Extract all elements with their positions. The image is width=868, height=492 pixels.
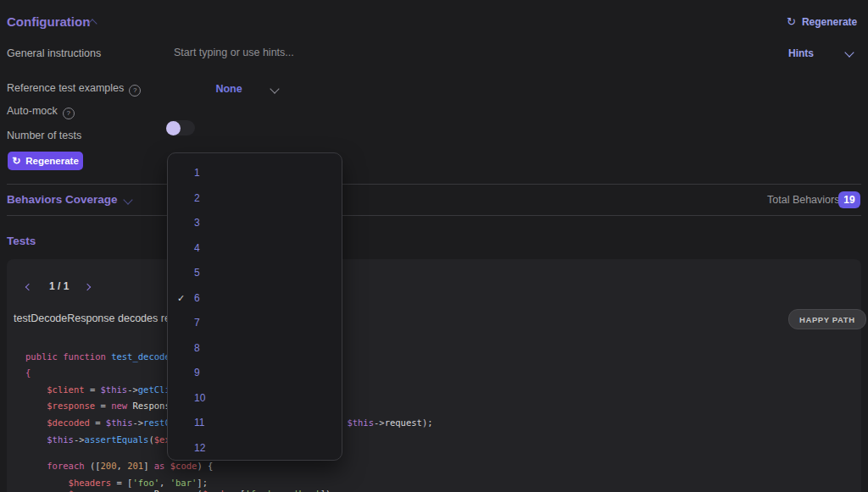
instructions-input[interactable]	[172, 46, 455, 59]
refresh-icon: ↻	[787, 15, 796, 28]
dropdown-option[interactable]: 7	[168, 311, 342, 336]
divider	[7, 215, 861, 216]
regenerate-button[interactable]: ↻ Regenerate	[8, 152, 83, 170]
hints-label: Hints	[788, 47, 814, 59]
expand-behaviors-icon[interactable]	[123, 195, 132, 204]
dropdown-option[interactable]: 1	[168, 161, 342, 186]
check-icon: ✓	[177, 286, 185, 312]
tests-title: Tests	[7, 235, 36, 247]
dropdown-option[interactable]: 4	[168, 236, 342, 262]
reference-examples-value: None	[215, 83, 242, 95]
dropdown-option[interactable]: 9	[168, 361, 342, 386]
info-icon[interactable]: ?	[63, 108, 75, 119]
general-instructions-label: General instructions	[7, 47, 101, 59]
dropdown-option[interactable]: 10	[168, 386, 342, 412]
test-type-badge: HAPPY PATH	[788, 309, 866, 329]
dropdown-option[interactable]: 2	[168, 186, 342, 212]
configuration-title: Configuration	[7, 14, 90, 29]
behaviors-coverage-title: Behaviors Coverage	[7, 193, 118, 206]
divider	[7, 184, 861, 185]
toggle-knob	[166, 121, 181, 135]
reference-examples-select[interactable]: None	[166, 80, 292, 97]
chevron-down-icon	[270, 84, 279, 93]
regenerate-link-label: Regenerate	[802, 16, 857, 28]
dropdown-option[interactable]: 5	[168, 261, 342, 286]
automock-toggle[interactable]	[166, 120, 195, 135]
chevron-down-icon	[844, 47, 854, 57]
total-behaviors-label: Total Behaviors:	[767, 194, 843, 206]
info-icon[interactable]: ?	[129, 85, 141, 97]
regenerate-button-label: Regenerate	[25, 156, 79, 166]
dropdown-option[interactable]: ✓6	[168, 286, 342, 312]
tests-count-dropdown: 12345✓6789101112	[167, 152, 342, 461]
dropdown-option[interactable]: 12	[168, 436, 342, 462]
tests-count-label: Number of tests	[7, 130, 81, 141]
dropdown-option[interactable]: 3	[168, 211, 342, 236]
total-behaviors-badge: 19	[838, 191, 860, 208]
pagination-label: 1 / 1	[49, 280, 69, 292]
hints-button[interactable]: Hints	[788, 47, 853, 59]
tests-card	[7, 259, 861, 492]
dropdown-option[interactable]: 8	[168, 336, 342, 362]
refresh-icon: ↻	[12, 155, 20, 167]
regenerate-link[interactable]: ↻ Regenerate	[787, 15, 857, 28]
automock-label: Auto-mock?	[7, 105, 75, 119]
reference-examples-label: Reference test examples?	[7, 82, 141, 97]
tests-count-dropdown-list: 12345✓6789101112	[168, 161, 342, 461]
dropdown-option[interactable]: 11	[168, 411, 342, 436]
app: Configuration ↻ Regenerate General instr…	[0, 0, 868, 492]
